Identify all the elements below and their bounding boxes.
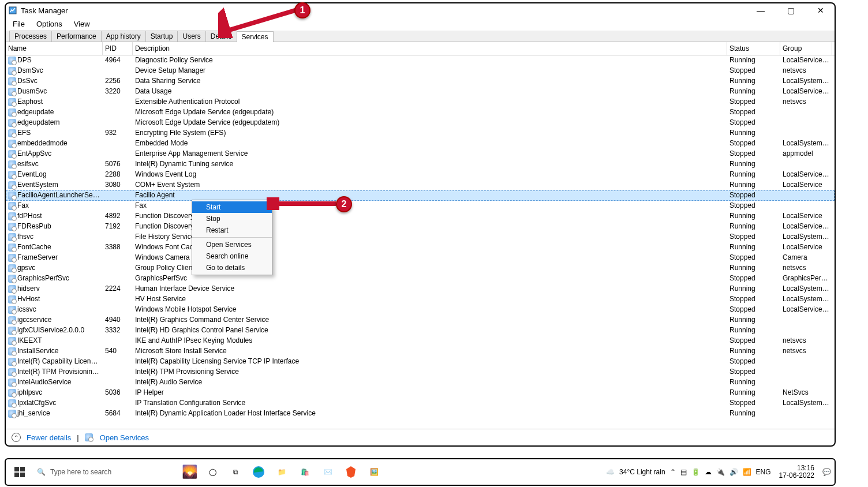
service-row[interactable]: edgeupdatemMicrosoft Edge Update Service…	[6, 118, 835, 128]
taskbar-widget-icon[interactable]: 🌄	[179, 462, 200, 482]
service-pid	[103, 294, 133, 305]
gear-icon	[8, 181, 16, 189]
col-name[interactable]: Name	[6, 42, 103, 55]
tab-performance[interactable]: Performance	[51, 31, 102, 42]
taskbar-cortana-icon[interactable]: ◯	[202, 462, 223, 482]
clock[interactable]: 13:16 17-06-2022	[779, 464, 814, 479]
minimize-button[interactable]: —	[749, 5, 772, 16]
tab-processes[interactable]: Processes	[9, 31, 52, 42]
service-name: Fax	[17, 201, 29, 209]
service-group: LocalSystemNe...	[780, 138, 832, 149]
taskbar-brave-icon[interactable]	[341, 462, 361, 482]
service-row[interactable]: FrameServerWindows CameraStoppedCamera	[6, 253, 835, 263]
tab-users[interactable]: Users	[177, 31, 205, 42]
col-pid[interactable]: PID	[103, 42, 133, 55]
service-pid: 5076	[103, 159, 133, 170]
service-row[interactable]: Intel(R) Capability Licensing...Intel(R)…	[6, 357, 835, 367]
service-row[interactable]: GraphicsPerfSvcGraphicsPerfSvcStoppedGra…	[6, 274, 835, 284]
service-row[interactable]: embeddedmodeEmbedded ModeStoppedLocalSys…	[6, 138, 835, 149]
menu-options[interactable]: Options	[34, 18, 65, 29]
service-row[interactable]: DsmSvcDevice Setup ManagerStoppednetsvcs	[6, 66, 835, 76]
taskbar-mail-icon[interactable]: ✉️	[317, 462, 338, 482]
service-row[interactable]: EventSystem3080COM+ Event SystemRunningL…	[6, 180, 835, 190]
service-row[interactable]: fhsvcFile History ServiceStoppedLocalSys…	[6, 232, 835, 242]
service-row[interactable]: jhi_service5684Intel(R) Dynamic Applicat…	[6, 409, 835, 419]
service-group: netsvcs	[780, 97, 832, 107]
ctx-start[interactable]: Start	[192, 201, 272, 213]
service-row[interactable]: DsSvc2256Data Sharing ServiceRunningLoca…	[6, 76, 835, 87]
notifications-icon[interactable]: 💬	[822, 468, 831, 476]
service-row[interactable]: IntelAudioServiceIntel(R) Audio ServiceR…	[6, 377, 835, 388]
service-row[interactable]: igccservice4940Intel(R) Graphics Command…	[6, 315, 835, 325]
search-box[interactable]: 🔍 Type here to search	[32, 463, 177, 481]
tray-cloud-icon[interactable]: ☁	[705, 468, 712, 476]
tray-chevron-up-icon[interactable]: ⌃	[670, 468, 676, 476]
ctx-stop[interactable]: Stop	[192, 213, 272, 224]
service-name: gpsvc	[17, 264, 35, 272]
service-status: Running	[727, 409, 780, 419]
service-row[interactable]: HvHostHV Host ServiceStoppedLocalSystemN…	[6, 294, 835, 305]
taskbar-store-icon[interactable]: 🛍️	[294, 462, 315, 482]
service-row[interactable]: gpsvcGroup Policy ClientRunningnetsvcs	[6, 263, 835, 274]
weather-text[interactable]: 34°C Light rain	[619, 468, 665, 476]
col-description[interactable]: Description	[133, 42, 727, 55]
service-row[interactable]: InstallService540Microsoft Store Install…	[6, 346, 835, 357]
tray-volume-icon[interactable]: 🔊	[729, 468, 738, 476]
close-button[interactable]: ✕	[809, 5, 832, 16]
service-row[interactable]: iphlpsvc5036IP HelperRunningNetSvcs	[6, 388, 835, 398]
tab-startup[interactable]: Startup	[145, 31, 178, 42]
service-row[interactable]: FontCache3388Windows Font CacRunningLoca…	[6, 242, 835, 253]
taskbar-edge-icon[interactable]	[248, 462, 269, 482]
service-row[interactable]: hidserv2224Human Interface Device Servic…	[6, 284, 835, 294]
service-name: igfxCUIService2.0.0.0	[17, 326, 84, 334]
service-row[interactable]: IKEEXTIKE and AuthIP IPsec Keying Module…	[6, 336, 835, 346]
taskbar-explorer-icon[interactable]: 📁	[271, 462, 292, 482]
tray-onedrive-icon[interactable]: ▤	[680, 468, 687, 476]
service-row[interactable]: igfxCUIService2.0.0.03332Intel(R) HD Gra…	[6, 325, 835, 336]
maximize-button[interactable]: ▢	[779, 5, 802, 16]
tab-app-history[interactable]: App history	[101, 31, 146, 42]
service-row[interactable]: IpxlatCfgSvcIP Translation Configuration…	[6, 398, 835, 409]
service-desc: COM+ Event System	[133, 180, 727, 190]
service-group: appmodel	[780, 149, 832, 159]
open-services-link[interactable]: Open Services	[100, 433, 149, 442]
menu-file[interactable]: File	[10, 18, 27, 29]
service-row[interactable]: edgeupdateMicrosoft Edge Update Service …	[6, 107, 835, 118]
service-name: Intel(R) Capability Licensing...	[17, 357, 103, 365]
service-row[interactable]: icssvcWindows Mobile Hotspot ServiceStop…	[6, 305, 835, 315]
weather-icon[interactable]: ☁️	[606, 468, 615, 476]
service-row[interactable]: EFS932Encrypting File System (EFS)Runnin…	[6, 128, 835, 138]
col-group[interactable]: Group	[780, 42, 832, 55]
tray-wifi-icon[interactable]: 📶	[743, 468, 751, 476]
service-pid	[103, 118, 133, 128]
service-row[interactable]: Intel(R) TPM Provisioning Se...Intel(R) …	[6, 367, 835, 377]
ctx-search-online[interactable]: Search online	[192, 250, 272, 262]
col-status[interactable]: Status	[727, 42, 780, 55]
tray-power-icon[interactable]: 🔌	[716, 468, 725, 476]
service-row[interactable]: EventLog2288Windows Event LogRunningLoca…	[6, 170, 835, 180]
ctx-go-to-details[interactable]: Go to details	[192, 262, 272, 274]
fewer-details-link[interactable]: Fewer details	[27, 433, 71, 442]
service-row[interactable]: DusmSvc3220Data UsageRunningLocalService…	[6, 87, 835, 97]
service-row[interactable]: EntAppSvcEnterprise App Management Servi…	[6, 149, 835, 159]
service-row[interactable]: EaphostExtensible Authentication Protoco…	[6, 97, 835, 107]
service-row[interactable]: fdPHost4892Function DiscoveryRunningLoca…	[6, 211, 835, 222]
services-list[interactable]: DPS4964Diagnostic Policy ServiceRunningL…	[6, 55, 835, 429]
ctx-restart[interactable]: Restart	[192, 224, 272, 236]
service-group: NetSvcs	[780, 388, 832, 398]
ctx-open-services[interactable]: Open Services	[192, 239, 272, 250]
gear-icon	[8, 98, 16, 106]
service-row[interactable]: DPS4964Diagnostic Policy ServiceRunningL…	[6, 55, 835, 66]
service-pid	[103, 398, 133, 409]
taskbar-app-icon[interactable]: 🖼️	[364, 462, 384, 482]
service-group	[780, 357, 832, 367]
tray-lang[interactable]: ENG	[756, 468, 771, 476]
tray-battery-icon[interactable]: 🔋	[691, 468, 700, 476]
menu-view[interactable]: View	[72, 18, 92, 29]
start-button[interactable]	[9, 462, 30, 482]
taskbar-taskview-icon[interactable]: ⧉	[225, 462, 246, 482]
service-row[interactable]: FDResPub7192Function DiscoveryRunningLoc…	[6, 222, 835, 232]
service-row[interactable]: FacilioAgentLauncherServiceFacilio Agent…	[6, 190, 835, 201]
service-row[interactable]: FaxFaxStopped	[6, 201, 835, 211]
service-row[interactable]: esifsvc5076Intel(R) Dynamic Tuning servi…	[6, 159, 835, 170]
